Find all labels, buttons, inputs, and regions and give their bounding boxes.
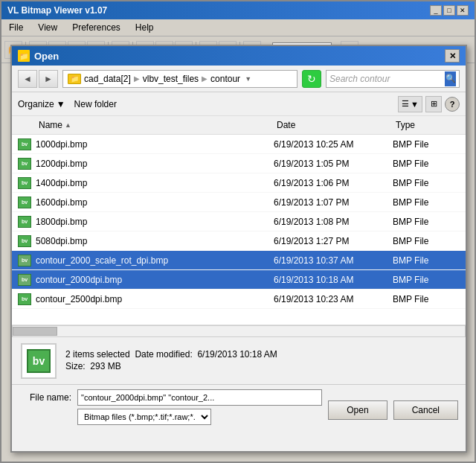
grid-view-button[interactable]: ⊞ xyxy=(425,96,442,112)
filetype-select[interactable]: Bitmap files (*.bmp;*.tif;*.raw;*... xyxy=(77,409,211,425)
file-rows-container: bv1000dpi.bmp6/19/2013 10:25 AMBMP Fileb… xyxy=(12,135,466,309)
file-type: BMP File xyxy=(393,275,460,285)
menu-view[interactable]: View xyxy=(33,21,62,34)
file-list-header: Name ▲ Date Type xyxy=(12,116,466,135)
file-date: 6/19/2013 10:23 AM xyxy=(274,294,393,304)
new-folder-button[interactable]: New folder xyxy=(74,99,117,109)
col-date-header[interactable]: Date xyxy=(274,118,393,132)
file-name-cell: bv1000dpi.bmp xyxy=(18,138,274,150)
file-bmp-icon: bv xyxy=(18,158,31,170)
table-row[interactable]: bv1000dpi.bmp6/19/2013 10:25 AMBMP File xyxy=(12,135,466,154)
breadcrumb-root[interactable]: cad_data[2] xyxy=(84,74,131,84)
dialog-title-bar: 📁 Open ✕ xyxy=(12,46,466,66)
menu-file[interactable]: File xyxy=(4,21,28,34)
open-button[interactable]: Open xyxy=(328,400,387,420)
breadcrumb-level1[interactable]: vlbv_test_files xyxy=(143,74,199,84)
search-box: 🔍 xyxy=(326,70,460,88)
list-view-button[interactable]: ☰ ▼ xyxy=(398,96,422,112)
file-bmp-icon: bv xyxy=(18,235,31,247)
breadcrumb-dropdown-icon[interactable]: ▼ xyxy=(245,75,251,83)
file-name: 1000dpi.bmp xyxy=(36,139,87,150)
file-date: 6/19/2013 1:05 PM xyxy=(274,159,393,169)
app-title: VL Bitmap Viewer v1.07 xyxy=(7,5,107,16)
file-date: 6/19/2013 10:25 AM xyxy=(274,139,393,150)
scrollbar-thumb[interactable] xyxy=(13,327,57,336)
search-submit-button[interactable]: 🔍 xyxy=(445,71,456,86)
dialog-title-left: 📁 Open xyxy=(18,50,59,62)
action-bar: Organize ▼ New folder ☰ ▼ ⊞ ? xyxy=(12,92,466,116)
forward-nav-button[interactable]: ► xyxy=(39,70,58,88)
sort-arrow-icon: ▲ xyxy=(65,121,71,129)
menu-bar: File View Preferences Help xyxy=(1,19,475,36)
minimize-button[interactable]: _ xyxy=(430,5,442,16)
file-name: contour_2500dpi.bmp xyxy=(36,294,122,304)
cancel-button[interactable]: Cancel xyxy=(393,400,458,420)
size-value: 293 MB xyxy=(90,361,120,371)
date-modified-value: 6/19/2013 10:18 AM xyxy=(197,349,277,360)
file-name: contour_2000_scale_rot_dpi.bmp xyxy=(36,255,168,266)
file-type: BMP File xyxy=(393,236,460,246)
file-date: 6/19/2013 1:07 PM xyxy=(274,197,393,208)
file-type: BMP File xyxy=(393,139,460,150)
status-size: Size: 293 MB xyxy=(65,361,277,371)
breadcrumb-bar[interactable]: 📁 cad_data[2] ▶ vlbv_test_files ▶ contou… xyxy=(62,70,298,88)
menu-help[interactable]: Help xyxy=(131,21,158,34)
list-view-icon: ☰ xyxy=(402,99,409,109)
horizontal-scrollbar[interactable] xyxy=(12,325,466,337)
close-button[interactable]: ✕ xyxy=(457,5,469,16)
file-list-container: Name ▲ Date Type bv1000dpi.bmp6/19/2013 … xyxy=(12,116,466,325)
file-name-cell: bv5080dpi.bmp xyxy=(18,235,274,247)
search-input[interactable] xyxy=(329,74,442,84)
file-name-cell: bv1600dpi.bmp xyxy=(18,197,274,208)
file-name: 1800dpi.bmp xyxy=(36,217,87,227)
footer-right: Open Cancel xyxy=(328,397,458,420)
maximize-button[interactable]: □ xyxy=(443,5,455,16)
filename-label: File name: xyxy=(19,392,71,403)
organize-dropdown-icon: ▼ xyxy=(57,99,65,109)
table-row[interactable]: bv1800dpi.bmp6/19/2013 1:08 PMBMP File xyxy=(12,212,466,232)
footer-left: File name: Bitmap files (*.bmp;*.tif;*.r… xyxy=(19,389,322,428)
dialog-title: Open xyxy=(34,51,59,62)
filename-input[interactable] xyxy=(77,389,322,406)
table-row[interactable]: bv1400dpi.bmp6/19/2013 1:06 PMBMP File xyxy=(12,173,466,193)
file-name-cell: bvcontour_2000dpi.bmp xyxy=(18,274,274,286)
dialog-footer: File name: Bitmap files (*.bmp;*.tif;*.r… xyxy=(12,384,466,432)
file-name: 1600dpi.bmp xyxy=(36,197,87,208)
nav-bar: ◄ ► 📁 cad_data[2] ▶ vlbv_test_files ▶ co… xyxy=(12,66,466,92)
size-label: Size: xyxy=(65,361,86,371)
breadcrumb-sep-2: ▶ xyxy=(202,74,208,83)
help-button[interactable]: ? xyxy=(445,97,460,112)
nav-buttons: ◄ ► xyxy=(18,70,58,88)
filename-row: File name: xyxy=(19,389,322,406)
back-nav-button[interactable]: ◄ xyxy=(18,70,37,88)
file-bmp-icon: bv xyxy=(18,197,31,208)
file-name: 1200dpi.bmp xyxy=(36,159,87,169)
table-row[interactable]: bv1600dpi.bmp6/19/2013 1:07 PMBMP File xyxy=(12,193,466,212)
organize-button[interactable]: Organize ▼ xyxy=(18,99,65,109)
file-date: 6/19/2013 1:27 PM xyxy=(274,236,393,246)
file-name-cell: bv1200dpi.bmp xyxy=(18,158,274,170)
table-row[interactable]: bvcontour_2000dpi.bmp6/19/2013 10:18 AMB… xyxy=(12,270,466,290)
table-row[interactable]: bv5080dpi.bmp6/19/2013 1:27 PMBMP File xyxy=(12,232,466,251)
breadcrumb-level2[interactable]: contour xyxy=(210,74,240,84)
menu-preferences[interactable]: Preferences xyxy=(68,21,125,34)
view-controls: ☰ ▼ ⊞ ? xyxy=(398,96,460,112)
status-selection: 2 items selected Date modified: 6/19/201… xyxy=(65,349,277,360)
file-name-cell: bvcontour_2000_scale_rot_dpi.bmp xyxy=(18,255,274,266)
file-type: BMP File xyxy=(393,178,460,188)
file-bmp-icon: bv xyxy=(18,177,31,189)
table-row[interactable]: bvcontour_2500dpi.bmp6/19/2013 10:23 AMB… xyxy=(12,290,466,309)
file-name: 1400dpi.bmp xyxy=(36,178,87,188)
refresh-button[interactable]: ↻ xyxy=(302,70,321,88)
dialog-close-button[interactable]: ✕ xyxy=(445,49,460,63)
file-type: BMP File xyxy=(393,255,460,266)
file-type-icon: bv xyxy=(27,349,51,373)
col-name-header[interactable]: Name ▲ xyxy=(18,118,274,132)
col-type-header[interactable]: Type xyxy=(393,118,460,132)
table-row[interactable]: bvcontour_2000_scale_rot_dpi.bmp6/19/201… xyxy=(12,251,466,270)
file-type: BMP File xyxy=(393,294,460,304)
file-name-cell: bv1800dpi.bmp xyxy=(18,216,274,228)
file-type: BMP File xyxy=(393,217,460,227)
file-bmp-icon: bv xyxy=(18,216,31,228)
table-row[interactable]: bv1200dpi.bmp6/19/2013 1:05 PMBMP File xyxy=(12,154,466,173)
